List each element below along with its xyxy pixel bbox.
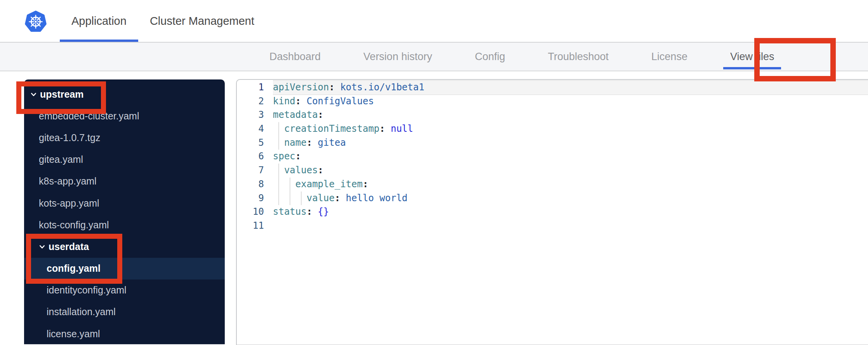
tree-folder-label: upstream [40, 89, 84, 100]
tree-file-config-selected[interactable]: config.yaml [24, 258, 225, 279]
subnav-item-dashboard[interactable]: Dashboard [262, 43, 328, 71]
line-number: 7 [237, 164, 264, 178]
tab-application[interactable]: Application [60, 0, 138, 42]
tree-file-kots-config[interactable]: kots-config.yaml [24, 214, 225, 236]
line-number: 4 [237, 122, 264, 136]
line-number: 3 [237, 108, 264, 122]
line-number: 10 [237, 205, 264, 219]
line-number: 1 [237, 81, 264, 95]
subnav-item-license[interactable]: License [644, 43, 694, 71]
line-number: 5 [237, 136, 264, 150]
code-line: 10status: {} [237, 205, 868, 219]
code-line: 9 value: hello world [237, 191, 868, 205]
view-files-page: upstream embedded-cluster.yaml gitea-1.0… [0, 71, 868, 344]
chevron-down-icon[interactable] [30, 91, 37, 98]
tree-file-embedded-cluster[interactable]: embedded-cluster.yaml [24, 105, 225, 127]
tree-file-identityconfig[interactable]: identityconfig.yaml [24, 279, 225, 301]
line-number: 6 [237, 150, 264, 164]
tree-file-gitea-tgz[interactable]: gitea-1.0.7.tgz [24, 127, 225, 148]
subnav-item-version-history[interactable]: Version history [356, 43, 439, 71]
top-nav-bar: Application Cluster Management [0, 0, 868, 43]
kubernetes-logo [24, 10, 47, 33]
line-number: 9 [237, 191, 264, 205]
tree-file-k8s-app[interactable]: k8s-app.yaml [24, 171, 225, 192]
code-editor[interactable]: 1apiVersion: kots.io/v1beta12kind: Confi… [236, 79, 868, 345]
chevron-down-icon[interactable] [39, 243, 45, 250]
app-subnav: Dashboard Version history Config Trouble… [0, 43, 868, 71]
tab-cluster-management[interactable]: Cluster Management [138, 0, 266, 42]
line-number: 2 [237, 95, 264, 109]
code-line: 4 creationTimestamp: null [237, 122, 868, 136]
subnav-item-troubleshoot[interactable]: Troubleshoot [541, 43, 616, 71]
code-line: 2kind: ConfigValues [237, 95, 868, 109]
tree-file-gitea-yaml[interactable]: gitea.yaml [24, 149, 225, 171]
code-line: 7 values: [237, 164, 868, 178]
tree-folder-userdata[interactable]: userdata [24, 236, 225, 257]
code-line: 5 name: gitea [237, 136, 868, 150]
line-number: 8 [237, 178, 264, 191]
tree-file-kots-app[interactable]: kots-app.yaml [24, 192, 225, 214]
top-tabs: Application Cluster Management [60, 0, 266, 42]
file-tree: upstream embedded-cluster.yaml gitea-1.0… [24, 79, 225, 344]
code-line: 8 example_item: [237, 178, 868, 191]
code-line: 11 [237, 219, 868, 233]
tree-file-installation[interactable]: installation.yaml [24, 301, 225, 323]
tree-file-license[interactable]: license.yaml [24, 323, 225, 344]
line-number: 11 [237, 219, 264, 233]
subnav-item-view-files[interactable]: View files [723, 43, 781, 71]
code-line: 6spec: [237, 150, 868, 164]
subnav-item-config[interactable]: Config [468, 43, 512, 71]
tree-folder-upstream[interactable]: upstream [24, 83, 225, 105]
code-line: 3metadata: [237, 108, 868, 122]
tree-folder-label: userdata [49, 241, 89, 252]
code-line: 1apiVersion: kots.io/v1beta1 [237, 81, 868, 95]
